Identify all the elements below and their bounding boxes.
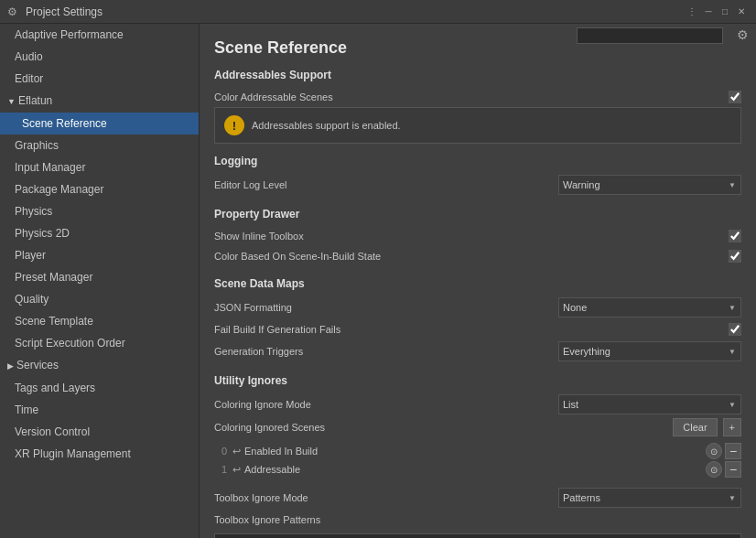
toolbox-ignore-patterns-box[interactable]: *foo*.unity !*bar.unity	[214, 533, 741, 538]
label-generation-triggers: Generation Triggers	[214, 346, 558, 357]
window-icon: ⚙	[7, 5, 20, 18]
ignore-row-1: 1 ↩ Addressable ⊙ −	[214, 460, 741, 479]
sidebar-item-physics-2d[interactable]: Physics 2D	[0, 222, 199, 244]
checkbox-color-based-on-build-state[interactable]	[729, 250, 741, 263]
dropdown-wrapper-log-level: Warning Verbose Info Error None	[558, 175, 741, 195]
ignore-row-text-0: Enabled In Build	[244, 446, 706, 457]
toolbox-ignore-patterns-section: Toolbox Ignore Patterns *foo*.unity !*ba…	[214, 510, 741, 538]
dropdown-wrapper-coloring-ignore-mode: List Patterns None	[558, 394, 741, 414]
sidebar-item-services[interactable]: ▶Services	[0, 354, 199, 377]
sidebar-item-scene-template[interactable]: Scene Template	[0, 310, 199, 332]
ignore-row-index-1: 1	[214, 464, 232, 475]
sidebar-item-xr-plugin-management[interactable]: XR Plugin Management	[0, 443, 199, 465]
sidebar-item-time[interactable]: Time	[0, 399, 199, 421]
search-bar	[577, 27, 723, 44]
ignore-row-remove-btn-0[interactable]: −	[725, 443, 741, 459]
sidebar-item-eflatun[interactable]: ▼Eflatun	[0, 90, 199, 113]
row-fail-build-if-generation-fails: Fail Build If Generation Fails	[214, 319, 741, 339]
checkbox-fail-build[interactable]	[729, 323, 741, 336]
sidebar-item-preset-manager[interactable]: Preset Manager	[0, 266, 199, 288]
ignore-list: 0 ↩ Enabled In Build ⊙ − 1 ↩ Addressable…	[214, 442, 741, 479]
sidebar-item-adaptive-performance[interactable]: Adaptive Performance	[0, 24, 199, 46]
dropdown-wrapper-json-formatting: None Indented	[558, 297, 741, 317]
clear-button[interactable]: Clear	[673, 418, 717, 436]
control-json-formatting: None Indented	[558, 297, 741, 317]
addressables-info-box: ! Addressables support is enabled.	[214, 107, 741, 144]
window-title: Project Settings	[26, 5, 685, 18]
sidebar-item-script-execution-order[interactable]: Script Execution Order	[0, 332, 199, 354]
sidebar-item-version-control[interactable]: Version Control	[0, 421, 199, 443]
label-toolbox-ignore-mode: Toolbox Ignore Mode	[214, 492, 558, 503]
kebab-menu-button[interactable]: ⋮	[685, 5, 699, 19]
dropdown-coloring-ignore-mode[interactable]: List Patterns None	[558, 394, 741, 414]
row-coloring-ignore-mode: Coloring Ignore Mode List Patterns None	[214, 393, 741, 416]
label-toolbox-ignore-patterns: Toolbox Ignore Patterns	[214, 514, 741, 525]
checkbox-show-inline-toolbox[interactable]	[729, 230, 741, 242]
control-show-inline-toolbox	[558, 230, 741, 242]
checkbox-color-addressable-scenes[interactable]	[729, 91, 741, 103]
main-layout: Adaptive Performance Audio Editor ▼Eflat…	[0, 24, 756, 538]
dropdown-json-formatting[interactable]: None Indented	[558, 297, 741, 317]
dropdown-toolbox-ignore-mode[interactable]: Patterns List None	[558, 488, 741, 508]
row-color-based-on-build-state: Color Based On Scene-In-Build State	[214, 246, 741, 266]
search-input[interactable]	[577, 27, 723, 44]
sidebar-item-package-manager[interactable]: Package Manager	[0, 178, 199, 200]
control-editor-log-level: Warning Verbose Info Error None	[558, 175, 741, 195]
row-json-formatting: JSON Formatting None Indented	[214, 296, 741, 319]
row-toolbox-ignore-mode: Toolbox Ignore Mode Patterns List None	[214, 486, 741, 510]
settings-gear-button[interactable]: ⚙	[737, 27, 749, 42]
control-coloring-ignore-mode: List Patterns None	[558, 394, 741, 414]
label-color-based-on-build-state: Color Based On Scene-In-Build State	[214, 251, 558, 262]
label-editor-log-level: Editor Log Level	[214, 179, 558, 190]
ignore-row-target-btn-1[interactable]: ⊙	[706, 461, 722, 478]
control-color-addressable-scenes	[558, 91, 741, 103]
ignore-row-remove-btn-1[interactable]: −	[725, 461, 741, 478]
sidebar-item-tags-and-layers[interactable]: Tags and Layers	[0, 377, 199, 399]
control-color-based-on-build-state	[558, 250, 741, 263]
control-toolbox-ignore-mode: Patterns List None	[558, 488, 741, 508]
section-logging: Logging	[214, 155, 741, 167]
ignore-row-controls-0: ⊙ −	[706, 443, 741, 459]
ignore-row-target-btn-0[interactable]: ⊙	[706, 443, 722, 459]
ignore-row-0: 0 ↩ Enabled In Build ⊙ −	[214, 442, 741, 460]
dropdown-wrapper-generation-triggers: Everything Build Manual	[558, 341, 741, 361]
title-bar-controls: ⋮ ─ □ ✕	[685, 5, 749, 19]
label-coloring-ignore-mode: Coloring Ignore Mode	[214, 399, 558, 410]
add-button[interactable]: +	[723, 418, 741, 436]
label-json-formatting: JSON Formatting	[214, 302, 558, 313]
label-color-addressable-scenes: Color Addressable Scenes	[214, 91, 558, 102]
sidebar-item-editor[interactable]: Editor	[0, 68, 199, 90]
sidebar-item-graphics[interactable]: Graphics	[0, 134, 199, 156]
row-color-addressable-scenes: Color Addressable Scenes	[214, 87, 741, 107]
sidebar-item-quality[interactable]: Quality	[0, 288, 199, 310]
row-generation-triggers: Generation Triggers Everything Build Man…	[214, 339, 741, 363]
ignore-row-controls-1: ⊙ −	[706, 461, 741, 478]
dropdown-wrapper-toolbox-ignore-mode: Patterns List None	[558, 488, 741, 508]
ignore-row-index-0: 0	[214, 446, 232, 457]
control-generation-triggers: Everything Build Manual	[558, 341, 741, 361]
sidebar-item-scene-reference[interactable]: Scene Reference	[0, 113, 199, 134]
label-fail-build-if-generation-fails: Fail Build If Generation Fails	[214, 324, 558, 335]
sidebar-item-audio[interactable]: Audio	[0, 46, 199, 68]
control-fail-build	[558, 323, 741, 336]
sidebar: Adaptive Performance Audio Editor ▼Eflat…	[0, 24, 200, 538]
sidebar-item-physics[interactable]: Physics	[0, 200, 199, 222]
dropdown-generation-triggers[interactable]: Everything Build Manual	[558, 341, 741, 361]
section-scene-data-maps: Scene Data Maps	[214, 277, 741, 290]
row-coloring-ignored-scenes: Coloring Ignored Scenes Clear +	[214, 416, 741, 438]
row-editor-log-level: Editor Log Level Warning Verbose Info Er…	[214, 173, 741, 197]
ignore-row-icon-0: ↩	[232, 446, 241, 457]
row-toolbox-ignore-patterns-label: Toolbox Ignore Patterns	[214, 510, 741, 530]
info-box-text: Addressables support is enabled.	[252, 120, 401, 131]
ignore-row-text-1: Addressable	[244, 464, 706, 475]
dropdown-editor-log-level[interactable]: Warning Verbose Info Error None	[558, 175, 741, 195]
close-button[interactable]: ✕	[734, 5, 749, 19]
section-addressables-support: Addressables Support	[214, 69, 741, 81]
maximize-button[interactable]: □	[718, 5, 732, 19]
label-coloring-ignored-scenes: Coloring Ignored Scenes	[214, 422, 667, 433]
section-property-drawer: Property Drawer	[214, 208, 741, 221]
minimize-button[interactable]: ─	[701, 5, 716, 19]
sidebar-item-input-manager[interactable]: Input Manager	[0, 156, 199, 178]
title-bar: ⚙ Project Settings ⋮ ─ □ ✕	[0, 0, 756, 24]
sidebar-item-player[interactable]: Player	[0, 244, 199, 266]
